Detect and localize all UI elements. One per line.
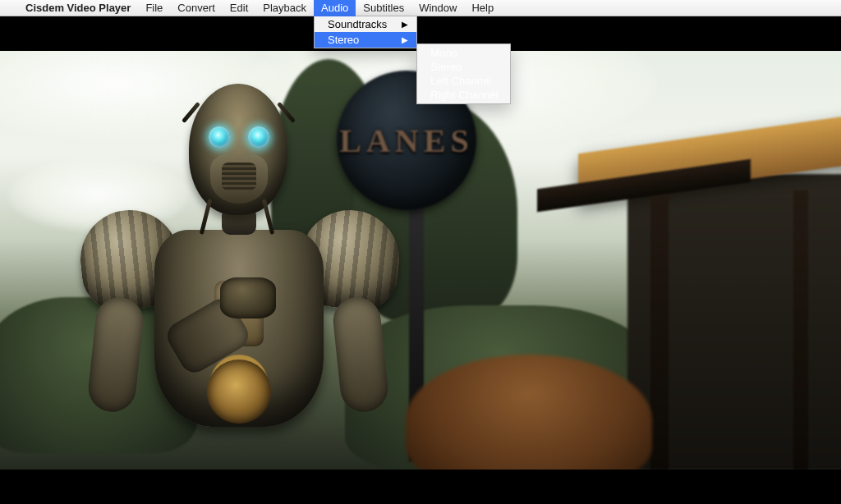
menu-help[interactable]: Help xyxy=(464,0,501,16)
audio-dropdown: Soundtracks ▶ Stereo ▶ Mono Stereo Left … xyxy=(314,16,417,48)
audio-menu-soundtracks[interactable]: Soundtracks ▶ xyxy=(315,16,416,32)
stereo-submenu-stereo[interactable]: Stereo xyxy=(417,60,509,74)
menu-app-name[interactable]: Cisdem Video Player xyxy=(18,0,138,16)
menu-convert[interactable]: Convert xyxy=(170,0,223,16)
submenu-arrow-icon: ▶ xyxy=(402,18,408,30)
video-frame: LANES xyxy=(0,51,841,470)
robot-upperarm-right xyxy=(331,295,390,414)
robot-upperarm-left xyxy=(86,295,145,414)
audio-menu-stereo[interactable]: Stereo ▶ Mono Stereo Left Channel Right … xyxy=(315,32,416,48)
menu-subtitles[interactable]: Subtitles xyxy=(356,0,411,16)
menu-file[interactable]: File xyxy=(138,0,170,16)
menu-edit[interactable]: Edit xyxy=(223,0,255,16)
support-beam xyxy=(650,174,669,470)
robot-hand xyxy=(220,277,276,318)
support-beam xyxy=(793,190,808,470)
robot-faceplate xyxy=(210,154,268,204)
mac-menubar: Cisdem Video Player File Convert Edit Pl… xyxy=(0,0,841,16)
robot-eye-right xyxy=(248,126,269,148)
menu-playback[interactable]: Playback xyxy=(255,0,314,16)
menu-window[interactable]: Window xyxy=(411,0,464,16)
stereo-submenu-right-channel[interactable]: Right Channel xyxy=(417,88,509,102)
menu-audio[interactable]: Audio xyxy=(314,0,356,16)
robot-character xyxy=(90,76,386,470)
submenu-arrow-icon: ▶ xyxy=(402,34,408,46)
robot-eye-left xyxy=(209,126,230,148)
stereo-submenu: Mono Stereo Left Channel Right Channel xyxy=(416,44,510,104)
stereo-submenu-left-channel[interactable]: Left Channel xyxy=(417,74,509,88)
stereo-submenu-mono[interactable]: Mono xyxy=(417,46,509,60)
menu-item-label: Soundtracks xyxy=(328,18,387,30)
menu-item-label: Stereo xyxy=(328,34,359,46)
